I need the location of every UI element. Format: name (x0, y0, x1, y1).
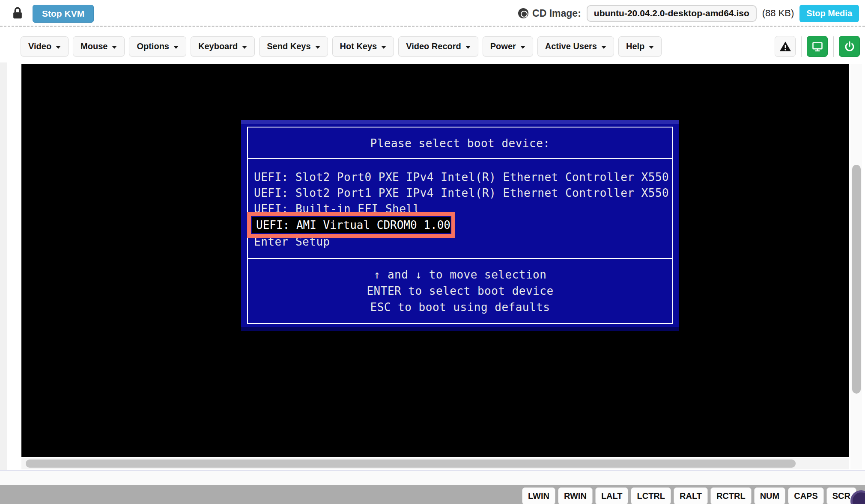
menu-bar: Video Mouse Options Keyboard Send Keys H… (0, 27, 865, 64)
key-ralt[interactable]: RALT (674, 487, 708, 504)
cd-image-label: CD Image: (532, 8, 581, 19)
chevron-down-icon (381, 46, 386, 49)
menu-send-keys-label: Send Keys (267, 42, 310, 51)
menu-video-label: Video (28, 42, 51, 51)
menu-power-label: Power (490, 42, 516, 51)
vertical-divider (833, 36, 834, 57)
menu-hot-keys-label: Hot Keys (340, 42, 377, 51)
power-icon (844, 41, 856, 53)
keyboard-status-bar: LWIN RWIN LALT LCTRL RALT RCTRL NUM CAPS… (0, 485, 865, 504)
lock-icon (11, 6, 24, 20)
cd-image-label-group: CD Image: (518, 8, 581, 19)
key-rctrl[interactable]: RCTRL (710, 487, 752, 504)
menu-video-record-label: Video Record (406, 42, 461, 51)
chevron-down-icon (601, 46, 606, 49)
monitor-button[interactable] (807, 36, 828, 57)
chevron-down-icon (173, 46, 179, 49)
chevron-down-icon (242, 46, 247, 49)
key-lctrl[interactable]: LCTRL (631, 487, 671, 504)
vertical-divider (801, 36, 802, 57)
menu-hot-keys[interactable]: Hot Keys (332, 36, 394, 56)
boot-option-3-selected: UEFI: AMI Virtual CDROM0 1.00 (252, 217, 450, 233)
bios-dialog-title: Please select boot device: (241, 137, 679, 150)
key-lwin[interactable]: LWIN (522, 487, 555, 504)
warning-triangle-icon (779, 40, 792, 53)
menu-mouse[interactable]: Mouse (73, 36, 125, 56)
horizontal-scrollbar-thumb[interactable] (26, 460, 796, 468)
bios-help-line-1: ENTER to select boot device (241, 283, 679, 299)
iso-filename-box: ubuntu-20.04.2.0-desktop-amd64.iso (587, 5, 757, 22)
bios-help-line-0: ↑ and ↓ to move selection (241, 267, 679, 283)
chevron-down-icon (520, 46, 525, 49)
menu-options-label: Options (137, 42, 169, 51)
warning-button[interactable] (775, 36, 796, 57)
menu-send-keys[interactable]: Send Keys (259, 36, 328, 56)
kvm-remote-screen[interactable]: Please select boot device: UEFI: Slot2 P… (21, 64, 849, 457)
stop-media-button[interactable]: Stop Media (799, 5, 859, 22)
chevron-down-icon (56, 46, 61, 49)
menu-help-label: Help (626, 42, 644, 51)
chevron-down-icon (649, 46, 654, 49)
menu-power[interactable]: Power (483, 36, 533, 56)
menu-items: Video Mouse Options Keyboard Send Keys H… (21, 36, 662, 56)
iso-size-label: (88 KB) (762, 8, 794, 19)
menu-keyboard-label: Keyboard (198, 42, 238, 51)
highlight-annotation-box: UEFI: AMI Virtual CDROM0 1.00 (247, 212, 455, 238)
cd-media-controls: CD Image: ubuntu-20.04.2.0-desktop-amd64… (518, 0, 859, 27)
chevron-down-icon (315, 46, 320, 49)
menu-video[interactable]: Video (21, 36, 69, 56)
stop-kvm-button[interactable]: Stop KVM (33, 5, 94, 23)
top-bar: Stop KVM CD Image: ubuntu-20.04.2.0-desk… (0, 0, 865, 27)
power-button[interactable] (839, 36, 860, 57)
bios-separator-top (248, 158, 672, 159)
bios-separator-bottom (248, 258, 672, 259)
menu-help[interactable]: Help (618, 36, 662, 56)
boot-option-0: UEFI: Slot2 Port0 PXE IPv4 Intel(R) Ethe… (254, 169, 670, 185)
boot-option-1: UEFI: Slot2 Port1 PXE IPv4 Intel(R) Ethe… (254, 185, 670, 201)
vertical-scrollbar-thumb[interactable] (852, 165, 861, 394)
modifier-key-buttons: LWIN RWIN LALT LCTRL RALT RCTRL NUM CAPS… (522, 487, 856, 504)
key-num[interactable]: NUM (754, 487, 786, 504)
menu-options[interactable]: Options (129, 36, 186, 56)
monitor-icon (811, 41, 823, 53)
bios-help-line-2: ESC to boot using defaults (241, 299, 679, 315)
menu-keyboard[interactable]: Keyboard (191, 36, 255, 56)
bios-boot-menu-dialog: Please select boot device: UEFI: Slot2 P… (241, 120, 679, 331)
key-rwin[interactable]: RWIN (558, 487, 593, 504)
menu-active-users[interactable]: Active Users (537, 36, 614, 56)
disc-icon (518, 8, 528, 18)
menu-video-record[interactable]: Video Record (398, 36, 478, 56)
left-edge-strip (0, 62, 7, 472)
chevron-down-icon (465, 46, 471, 49)
bios-help-text: ↑ and ↓ to move selection ENTER to selec… (241, 267, 679, 315)
footer-spacer (0, 471, 865, 485)
menu-mouse-label: Mouse (81, 42, 107, 51)
chevron-down-icon (112, 46, 117, 49)
menu-active-users-label: Active Users (545, 42, 597, 51)
key-lalt[interactable]: LALT (595, 487, 629, 504)
key-caps[interactable]: CAPS (788, 487, 824, 504)
status-buttons (775, 36, 860, 57)
